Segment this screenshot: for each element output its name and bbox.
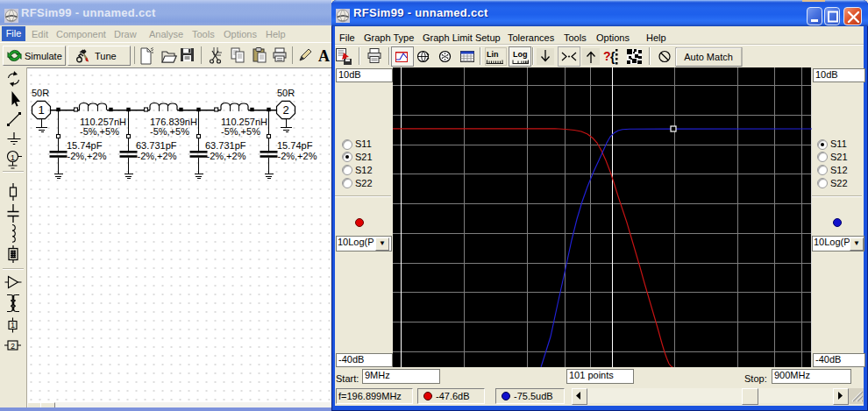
svg-text:50R: 50R (32, 88, 49, 98)
svg-text:15.74pF: 15.74pF (67, 140, 103, 151)
svg-text:63.731pF: 63.731pF (205, 140, 246, 151)
svg-text:-2%,+2%: -2%,+2% (278, 151, 317, 161)
svg-text:Lin: Lin (487, 50, 499, 59)
svg-text:A: A (318, 47, 330, 65)
svg-text:63.731pF: 63.731pF (136, 140, 177, 151)
svg-text:-2%,+2%: -2%,+2% (68, 151, 107, 161)
svg-text:2: 2 (11, 342, 15, 351)
svg-text:-5%,+5%: -5%,+5% (221, 126, 260, 137)
svg-text:15.74pF: 15.74pF (277, 140, 313, 151)
svg-text:110.257nH: 110.257nH (80, 117, 126, 127)
svg-text:176.839nH: 176.839nH (150, 117, 197, 127)
svg-text:-5%,+5%: -5%,+5% (80, 126, 119, 137)
svg-text:1: 1 (11, 153, 15, 162)
svg-text:110.257nH: 110.257nH (221, 117, 267, 127)
svg-text:50R: 50R (277, 88, 295, 98)
svg-text:-5%,+5%: -5%,+5% (150, 126, 189, 137)
svg-text:1: 1 (11, 321, 15, 330)
svg-text:1: 1 (38, 103, 44, 117)
svg-text:Log: Log (513, 50, 528, 59)
svg-text:-2%,+2%: -2%,+2% (207, 151, 246, 161)
svg-text:-2%,+2%: -2%,+2% (138, 151, 177, 161)
svg-text:Auto Match: Auto Match (684, 52, 733, 62)
svg-text:{: { (610, 50, 615, 64)
svg-text:2: 2 (282, 103, 288, 117)
